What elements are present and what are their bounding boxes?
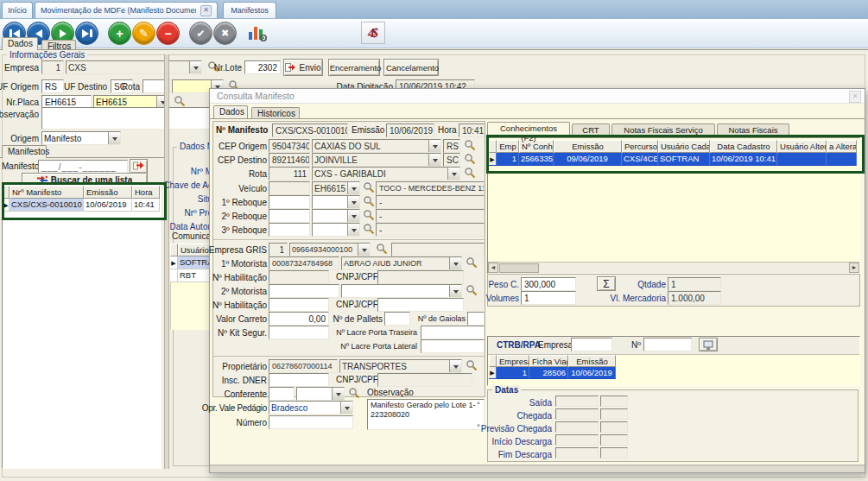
modal-tab-dados[interactable]: Dados <box>213 105 248 118</box>
cancelamento-button[interactable]: Cancelamento <box>383 59 439 76</box>
dropdown-arrow-icon[interactable] <box>189 61 201 73</box>
empresa-combo[interactable]: CXS <box>66 60 202 74</box>
manifesto-mask-field[interactable]: ___/___-______ <box>38 160 128 174</box>
scroll-left-icon[interactable]: ◄ <box>488 263 498 273</box>
edit-button[interactable]: ✎ <box>132 22 155 45</box>
reports-button[interactable] <box>247 23 268 42</box>
dropdown-arrow-icon[interactable] <box>108 132 120 144</box>
previsao-date-field[interactable] <box>555 421 599 433</box>
ctrb-view-button[interactable] <box>699 338 718 351</box>
conhecimentos-grid-row[interactable]: ▶ 1 2566335 09/06/2019 CXS/4CE SOFTRAN 1… <box>489 153 857 166</box>
origem-combo[interactable]: Manifesto <box>41 131 121 145</box>
close-tab-icon[interactable]: ✕ <box>200 5 212 16</box>
scrollbar-thumb[interactable] <box>499 263 539 273</box>
add-button[interactable]: + <box>108 22 131 45</box>
tab-manifestos-panel[interactable]: Manifestos <box>2 145 47 158</box>
tab-conhecimentos[interactable]: Conhecimentos (F2) <box>487 122 570 135</box>
valor-carreto-field[interactable]: 0,00 <box>269 312 329 326</box>
veiculo-search-icon[interactable] <box>363 181 375 194</box>
empresa-code-field[interactable]: 1 <box>41 60 64 74</box>
column-header[interactable]: Emissão <box>568 355 616 367</box>
veiculo-combo[interactable]: EH6615 <box>312 181 360 195</box>
column-header[interactable]: Usuário Alteração <box>777 140 827 153</box>
gaiolas-field[interactable] <box>467 312 485 326</box>
reboque2-combo[interactable] <box>312 209 360 223</box>
pallets-field[interactable] <box>384 312 410 326</box>
motorista1-search-icon[interactable] <box>466 256 478 269</box>
gris-search-icon[interactable] <box>376 243 388 256</box>
proprietario-search-icon[interactable] <box>466 359 478 372</box>
ctrb-empresa-field[interactable] <box>571 338 612 351</box>
tab-notas-servico[interactable]: Notas Fiscais Serviço (F3) <box>611 123 715 135</box>
nrlote-field[interactable]: 2302 <box>244 60 281 74</box>
vertical-splitter[interactable] <box>164 54 169 469</box>
scroll-up-icon[interactable]: ▲ <box>476 400 481 405</box>
cep-origem-field[interactable]: 95047340 <box>269 139 310 153</box>
motorista2-combo[interactable] <box>341 284 462 298</box>
proprietario-num-field[interactable]: 06278607000114 <box>269 359 338 373</box>
softran-logo-button[interactable]: 4$ <box>361 22 385 44</box>
previsao-time-field[interactable] <box>600 421 628 433</box>
cep-destino-field[interactable]: 89211460 <box>269 153 310 167</box>
dropdown-arrow-icon[interactable] <box>447 168 459 180</box>
saida-date-field[interactable] <box>555 396 599 407</box>
delete-button[interactable]: − <box>156 22 180 45</box>
dropdown-arrow-icon[interactable] <box>449 360 461 372</box>
cep-origem-search-icon[interactable] <box>464 139 476 152</box>
motorista1-num-field[interactable]: 00087324784968 <box>269 256 339 270</box>
dropdown-arrow-icon[interactable] <box>347 210 359 222</box>
dropdown-arrow-icon[interactable] <box>428 140 440 152</box>
dialog-titlebar[interactable]: Consulta Manifesto ✕ <box>210 89 865 104</box>
tab-manifestos[interactable]: Manifestos <box>223 2 276 18</box>
dropdown-arrow-icon[interactable] <box>340 402 352 414</box>
tab-notas-fiscais[interactable]: Notas Fiscais (F4) <box>717 123 789 135</box>
dropdown-arrow-icon[interactable] <box>449 257 461 269</box>
motorista2-num-field[interactable] <box>269 284 339 298</box>
numero-field[interactable] <box>269 415 353 429</box>
gris-cnpj-combo[interactable]: 09664934000100 <box>289 243 371 256</box>
chegada-time-field[interactable] <box>600 408 628 420</box>
sum-button[interactable]: Σ <box>597 276 616 291</box>
column-header[interactable]: Percurso <box>622 140 658 153</box>
lacre-lat-field[interactable] <box>421 339 485 353</box>
encerramento-button[interactable]: Encerramento <box>328 59 380 76</box>
ctrb-n-field[interactable] <box>643 338 692 351</box>
reboque3-combo[interactable] <box>312 223 360 237</box>
envio-button[interactable]: Envio <box>283 59 323 76</box>
observacao-modal-field[interactable]: Manifesto Gerado pelo Lote 1-223208020 <box>367 399 485 430</box>
tab-inicio[interactable]: Início <box>2 2 33 18</box>
rota-search-icon[interactable] <box>464 167 476 180</box>
column-header[interactable]: Nrº Manifesto <box>10 186 84 199</box>
tab-movimentacao-mdfe[interactable]: Movimentação de MDFe (Manifesto Document… <box>35 2 218 18</box>
dialog-close-icon[interactable]: ✕ <box>849 91 861 103</box>
volumes-field[interactable]: 1 <box>521 291 576 305</box>
inicio-descarga-time-field[interactable] <box>600 434 628 446</box>
reboque1-combo[interactable] <box>312 195 360 209</box>
peso-field[interactable]: 300,000 <box>521 277 576 291</box>
nrplaca-search-icon[interactable] <box>174 95 186 108</box>
chegada-date-field[interactable] <box>555 408 599 420</box>
column-header[interactable]: Empresa <box>497 355 529 367</box>
dner-field[interactable] <box>269 373 329 387</box>
rota-name-combo[interactable]: CXS - GARIBALDI <box>312 167 460 180</box>
ctrb-grid-row[interactable]: ▶ 1 28506 10/06/2019 <box>489 367 616 379</box>
inicio-descarga-date-field[interactable] <box>555 434 599 446</box>
column-header[interactable]: Emp <box>497 140 519 153</box>
gris-num-field[interactable]: 1 <box>269 243 288 256</box>
reboque2-code-field[interactable] <box>269 209 310 223</box>
column-header[interactable]: Data Cadastro <box>710 140 777 153</box>
tab-crt[interactable]: CRT (F5) <box>572 123 610 135</box>
uf-origem-field[interactable]: RS <box>41 79 64 93</box>
saida-time-field[interactable] <box>600 396 628 407</box>
habilitacao2-field[interactable] <box>269 298 329 312</box>
lacre-tras-field[interactable] <box>421 326 485 339</box>
horizontal-scrollbar[interactable]: ◄ ► <box>488 262 859 273</box>
conferente-search-icon[interactable] <box>348 387 360 400</box>
fim-descarga-time-field[interactable] <box>600 447 628 459</box>
cnpjcpf2-field[interactable] <box>377 298 464 312</box>
motorista2-search-icon[interactable] <box>466 284 478 297</box>
kit-field[interactable] <box>269 326 329 339</box>
proprietario-combo[interactable]: TRANSPORTES <box>339 359 462 373</box>
dropdown-arrow-icon[interactable] <box>428 154 440 166</box>
cancel-button[interactable]: ✖ <box>213 22 237 45</box>
